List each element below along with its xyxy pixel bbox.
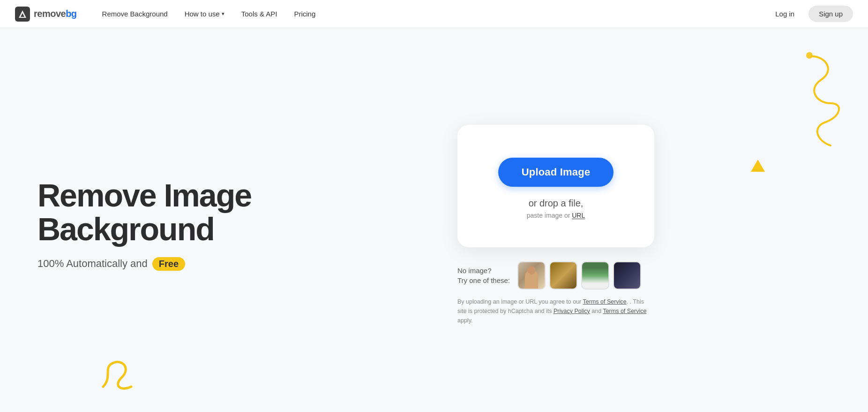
svg-point-3 (806, 52, 813, 59)
nav-actions: Log in Sign up (767, 6, 853, 22)
sample-car[interactable] (581, 261, 609, 290)
url-link[interactable]: URL (572, 212, 585, 219)
logo-icon (15, 7, 30, 22)
sample-person[interactable] (517, 261, 546, 290)
deco-top-right (774, 52, 849, 157)
upload-area: Upload Image or drop a file, paste image… (457, 125, 654, 325)
sample-gamepad[interactable] (613, 261, 641, 290)
navbar: removebg Remove Background How to use ▾ … (0, 0, 868, 28)
nav-pricing[interactable]: Pricing (287, 6, 322, 22)
disclaimer: By uploading an image or URL you agree t… (457, 297, 654, 325)
privacy-policy-link[interactable]: Privacy Policy (554, 308, 590, 314)
deco-triangle (751, 160, 765, 174)
hero-subtitle: 100% Automatically and Free (37, 257, 281, 271)
main-content: Remove Image Background 100% Automatical… (0, 28, 868, 412)
paste-text: paste image or URL (527, 212, 585, 219)
squiggle-bottom-left-icon (94, 344, 150, 401)
sample-images (517, 261, 641, 290)
logo[interactable]: removebg (15, 7, 77, 22)
svg-marker-4 (751, 160, 765, 172)
logo-text: removebg (34, 8, 77, 19)
login-button[interactable]: Log in (767, 6, 803, 22)
hero-section: Remove Image Background 100% Automatical… (37, 169, 281, 271)
squiggle-top-right-icon (774, 52, 849, 155)
hero-title: Remove Image Background (37, 179, 281, 246)
nav-how-to-use[interactable]: How to use ▾ (178, 6, 231, 22)
triangle-icon (751, 160, 765, 172)
tos-link-1[interactable]: Terms of Service (583, 298, 627, 305)
free-badge: Free (152, 257, 185, 271)
drop-text: or drop a file, (529, 198, 584, 209)
sample-label: No image? Try one of these: (457, 266, 510, 285)
upload-image-button[interactable]: Upload Image (498, 158, 614, 187)
nav-links: Remove Background How to use ▾ Tools & A… (96, 6, 767, 22)
sample-section: No image? Try one of these: (457, 261, 641, 290)
chevron-down-icon: ▾ (222, 11, 224, 17)
nav-tools-api[interactable]: Tools & API (235, 6, 284, 22)
upload-card[interactable]: Upload Image or drop a file, paste image… (457, 125, 654, 247)
signup-button[interactable]: Sign up (808, 6, 853, 22)
deco-bottom-left (94, 344, 150, 403)
hero-right: Upload Image or drop a file, paste image… (281, 115, 831, 325)
nav-remove-background[interactable]: Remove Background (96, 6, 174, 22)
sample-dog[interactable] (549, 261, 577, 290)
tos-link-2[interactable]: Terms of Service (603, 308, 646, 314)
